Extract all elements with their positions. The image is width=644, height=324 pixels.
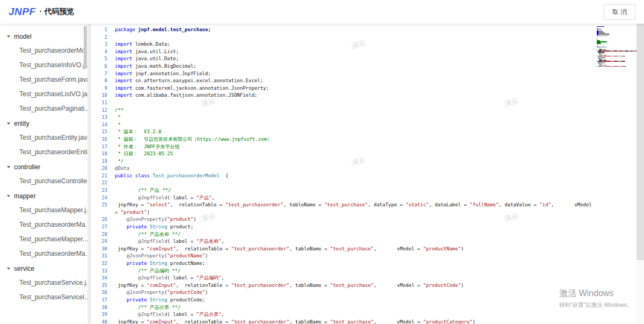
code-line[interactable]: 21public class Test_purchaseorderModel { (91, 172, 597, 180)
tree-section-controller[interactable]: controller (0, 160, 87, 174)
code-line[interactable]: 6import java.math.BigDecimal; (91, 63, 597, 70)
code-text: @JnpfField( label = "产品分类", (115, 311, 597, 319)
code-line[interactable]: 31 @JsonProperty("productName") (91, 253, 597, 260)
code-line[interactable]: 40 jnpfKey = "comInput", relationTable =… (91, 319, 597, 324)
tree-file-item[interactable]: Test_purchaseorderMa... (0, 218, 87, 232)
tree-file-item[interactable]: Test_purchaseMapper... (0, 232, 87, 247)
code-line[interactable]: 24 @JnpfField( label = "产品", (91, 195, 597, 202)
code-line[interactable]: 15 * 版本： V3.2.0 (91, 128, 597, 136)
line-number: 17 (91, 143, 115, 151)
line-number: 31 (91, 253, 115, 260)
tree-file-item[interactable]: Test_purchaseControlle... (0, 174, 87, 189)
chevron-down-icon (7, 123, 10, 125)
code-lines: 1package jnpf.model.test_purchase;23impo… (91, 26, 597, 324)
top-bar: JNPF · 代码预览 取 消 (0, 0, 644, 24)
line-number: 2 (91, 34, 115, 41)
tree-section-mapper[interactable]: mapper (0, 189, 87, 203)
tree-file-item[interactable]: Test_purchaseListVO.ja... (0, 87, 87, 102)
tree-file-item[interactable]: Test_purchaseorderEnti... (0, 145, 87, 160)
code-text: private String productName; (115, 260, 597, 268)
code-line[interactable]: 33 /** 产品编码 **/ (91, 268, 597, 275)
chevron-down-icon (7, 166, 10, 168)
code-line[interactable]: 29 @JnpfField( label = "产品名称", (91, 238, 597, 246)
tree-file-item[interactable]: Test_purchaseorderMo... (0, 44, 87, 58)
code-line[interactable]: 7import jnpf.annotation.JnpfField; (91, 70, 597, 78)
line-number: 36 (91, 289, 115, 297)
editor-scrollbar[interactable] (636, 24, 644, 324)
code-text: @JsonProperty("product") (115, 216, 597, 224)
line-number: 25 (91, 201, 115, 216)
line-number: 16 (91, 136, 115, 143)
code-line[interactable]: 3import lombok.Data; (91, 41, 597, 48)
sidebar-scrollbar[interactable] (84, 26, 87, 69)
code-line[interactable]: 26 @JsonProperty("product") (91, 216, 597, 224)
code-line[interactable]: 14 * (91, 121, 597, 129)
line-number: 7 (91, 70, 115, 78)
cancel-button[interactable]: 取 消 (604, 4, 635, 20)
tree-section-service[interactable]: service (0, 261, 87, 276)
code-line[interactable]: 23 /** 产品 **/ (91, 187, 597, 195)
tree-file-item[interactable]: Test_purchasePaginati... (0, 102, 87, 116)
tree-file-item[interactable]: Test_purchaseServiceI... (0, 290, 87, 305)
code-line[interactable]: 37 private String productCode; (91, 297, 597, 304)
code-line[interactable]: 20@Data (91, 165, 597, 172)
code-line[interactable]: 27 private String product; (91, 224, 597, 231)
code-line[interactable]: 4import java.util.List; (91, 48, 597, 56)
code-text: jnpfKey = "comInput", relationTable = "t… (115, 282, 597, 290)
code-line[interactable]: 32 private String productName; (91, 260, 597, 268)
code-line[interactable]: 36 @JsonProperty("productCode") (91, 289, 597, 297)
line-number: 30 (91, 246, 115, 253)
tree-section-model[interactable]: model (0, 29, 87, 44)
code-line[interactable]: 35 jnpfKey = "comInput", relationTable =… (91, 282, 597, 290)
tree-file-item[interactable]: Test_purchaseService.j... (0, 276, 87, 290)
code-line[interactable]: 13 * (91, 114, 597, 121)
tree-file-item[interactable]: Test_purchaseorderMa... (0, 247, 87, 261)
code-line[interactable]: 17 * 作者： JNPF开发平台组 (91, 143, 597, 151)
line-number: 13 (91, 114, 115, 121)
code-line[interactable]: 28 /** 产品名称 **/ (91, 231, 597, 239)
code-text: import com.alibaba.fastjson.annotation.J… (115, 92, 597, 99)
code-text: @JnpfField( label = "产品名称", (115, 238, 597, 246)
tree-file-item[interactable]: Test_purchaseMapper.j... (0, 203, 87, 218)
line-number: 21 (91, 172, 115, 180)
tree-file-item[interactable]: Test_purchaseInfoVO.j... (0, 58, 87, 73)
code-line[interactable]: 1package jnpf.model.test_purchase; (91, 26, 597, 34)
code-text: jnpfKey = "comInput", relationTable = "t… (115, 246, 597, 253)
code-text: package jnpf.model.test_purchase; (115, 26, 597, 34)
code-line[interactable]: 18 * 日期： 2023-05-25 (91, 150, 597, 158)
code-line[interactable]: 2 (91, 34, 597, 41)
code-line[interactable]: 12/** (91, 107, 597, 114)
tree-section-entity[interactable]: entity (0, 116, 87, 131)
code-line[interactable]: 38 /** 产品分类 **/ (91, 304, 597, 312)
code-line[interactable]: 16 * 版权： 引迈信息技术有限公司（https://www.jnpfsoft… (91, 136, 597, 143)
code-text (115, 34, 597, 41)
file-tree-sidebar: modelTest_purchaseorderMo...Test_purchas… (0, 24, 87, 324)
line-number: 18 (91, 150, 115, 158)
code-line[interactable]: 10import com.alibaba.fastjson.annotation… (91, 92, 597, 99)
code-editor[interactable]: 1package jnpf.model.test_purchase;23impo… (91, 24, 644, 324)
line-number: 23 (91, 187, 115, 195)
code-text: * (115, 121, 597, 129)
code-text: * (115, 114, 597, 121)
code-line[interactable]: 25 jnpfKey = "select", relationTable = "… (91, 201, 597, 216)
code-line[interactable]: 30 jnpfKey = "comInput", relationTable =… (91, 246, 597, 253)
code-area[interactable]: 1package jnpf.model.test_purchase;23impo… (91, 24, 597, 324)
code-line[interactable]: 39 @JnpfField( label = "产品分类", (91, 311, 597, 319)
code-text: import cn.afterturn.easypoi.excel.annota… (115, 77, 597, 85)
code-line[interactable]: 19 */ (91, 158, 597, 165)
code-text (115, 179, 597, 187)
minimap[interactable] (597, 24, 636, 67)
code-line[interactable]: 22 (91, 179, 597, 187)
code-line[interactable]: 34 @JnpfField( label = "产品编码", (91, 275, 597, 282)
tree-file-item[interactable]: Test_purchaseEntity.java (0, 131, 87, 145)
code-line[interactable]: 8import cn.afterturn.easypoi.excel.annot… (91, 77, 597, 85)
code-line[interactable]: 11 (91, 99, 597, 107)
code-text (115, 99, 597, 107)
code-line[interactable]: 5import java.util.Date; (91, 55, 597, 63)
code-text: @Data (115, 165, 597, 172)
code-text: /** (115, 107, 597, 114)
tree-file-item[interactable]: Test_purchaseForm.java (0, 73, 87, 87)
line-number: 20 (91, 165, 115, 172)
editor-scrollbar-thumb[interactable] (636, 24, 644, 260)
code-line[interactable]: 9import com.fasterxml.jackson.annotation… (91, 85, 597, 92)
